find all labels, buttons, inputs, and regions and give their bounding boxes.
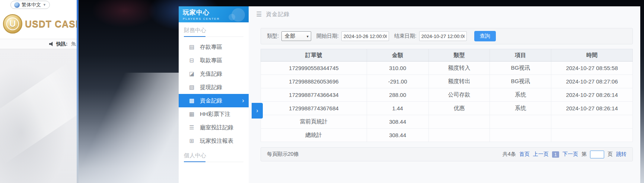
cell-type: 额度转出 <box>428 75 490 88</box>
start-date-label: 開始日期: <box>316 33 339 40</box>
table-row: 1729988774366434 288.00 公司存款 系统 2024-10-… <box>261 88 633 102</box>
summary-label: 總統計 <box>261 129 367 142</box>
cell-type: 优惠 <box>428 102 490 115</box>
jump-button[interactable]: 跳转 <box>616 151 627 158</box>
current-page-indicator[interactable]: 1 <box>552 151 559 158</box>
cell-type: 额度转入 <box>428 61 490 75</box>
sidebar: 玩家中心 PLAYERS CENTER 財務中心 ▤ 存款專區 ⊟ 取款專區 ◪… <box>179 6 249 183</box>
first-page-link[interactable]: 首页 <box>519 151 530 158</box>
coin-letter: U <box>6 18 19 30</box>
sidebar-item-deposit-zone[interactable]: ▤ 存款專區 <box>179 40 249 54</box>
cell-time: 2024-10-27 08:26:14 <box>551 102 633 115</box>
summary-row-current-page: 當前頁統計 308.44 <box>261 115 633 129</box>
hamburger-menu-icon[interactable]: ☰ <box>256 10 262 18</box>
cell-time: 2024-10-27 08:27:06 <box>551 75 633 88</box>
cell-item: 系统 <box>490 88 551 102</box>
wallet-icon: ▧ <box>188 84 195 91</box>
cell-empty <box>490 129 551 142</box>
brand-logo: U USDT CASINO <box>3 14 77 34</box>
cell-item: BG视讯 <box>490 61 551 75</box>
cell-amount: 310.00 <box>367 61 428 75</box>
money-bag-icon: ◪ <box>188 70 195 77</box>
funds-table: 訂單號 金額 類型 項目 時間 1729990558344745 310.00 … <box>261 49 633 142</box>
chevron-right-icon: › <box>242 97 244 104</box>
sidebar-item-hh-lottery-bets[interactable]: ▦ HH彩票下注 <box>179 107 249 121</box>
sidebar-item-withdraw-zone[interactable]: ⊟ 取款專區 <box>179 54 249 67</box>
sidebar-menu: ▤ 存款專區 ⊟ 取款專區 ◪ 充值記錄 ▧ 提現記錄 ▩ 資金記錄 › ▦ <box>179 40 249 148</box>
cell-order-id: 1729988774366434 <box>261 88 367 102</box>
sidebar-item-label: 取款專區 <box>200 57 222 64</box>
sidebar-item-label: HH彩票下注 <box>200 111 230 118</box>
window-divider <box>77 0 79 183</box>
list-icon: ☰ <box>188 124 195 131</box>
sidebar-item-label: 充值記錄 <box>200 70 222 78</box>
summary-value: 308.44 <box>367 129 428 142</box>
sidebar-item-label: 資金記錄 <box>200 97 222 104</box>
cell-empty <box>551 129 633 142</box>
type-select[interactable]: 全部 ▾ <box>281 31 311 41</box>
cell-time: 2024-10-27 08:55:58 <box>551 61 633 75</box>
pagination-bar: 每頁顯示20條 共4条 首页 上一页 1 下一页 第 页 跳转 <box>261 147 633 161</box>
filter-bar: 類型: 全部 ▾ 開始日期: 结束日期: 查詢 <box>261 28 633 44</box>
report-icon: ⊞ <box>188 138 195 144</box>
speaker-icon <box>49 42 54 46</box>
sidebar-title: 玩家中心 <box>183 8 249 17</box>
cell-order-id: 1729988826053696 <box>261 75 367 88</box>
col-time: 時間 <box>551 49 633 61</box>
cell-order-id: 1729988774367684 <box>261 102 367 115</box>
sidebar-item-label: 提現記錄 <box>200 84 222 91</box>
page-title: 資金記錄 <box>266 11 290 18</box>
cell-amount: -291.00 <box>367 75 428 88</box>
sidebar-item-label: 廳室投註記錄 <box>200 124 233 131</box>
start-date-input[interactable] <box>341 31 389 41</box>
end-date-input[interactable] <box>419 31 467 41</box>
type-label: 類型: <box>267 33 279 40</box>
total-count-text: 共4条 <box>503 151 516 158</box>
summary-label: 當前頁統計 <box>261 115 367 129</box>
chevron-right-icon: › <box>256 107 258 114</box>
prev-page-link[interactable]: 上一页 <box>533 151 549 158</box>
table-row: 1729990558344745 310.00 额度转入 BG视讯 2024-1… <box>261 61 633 75</box>
pagination-controls: 共4条 首页 上一页 1 下一页 第 页 跳转 <box>503 151 627 158</box>
sidebar-item-funds-records[interactable]: ▩ 資金記錄 › <box>179 94 249 107</box>
globe-icon <box>14 2 20 8</box>
table-row: 1729988774367684 1.44 优惠 系统 2024-10-27 0… <box>261 102 633 115</box>
caret-down-icon: ▼ <box>43 3 46 7</box>
coin-logo-icon: U <box>3 14 22 34</box>
deposit-card-icon: ▤ <box>188 44 195 50</box>
language-label: 繁体中文 <box>22 1 41 8</box>
section-label: 財務中心 <box>184 27 206 33</box>
brand-name: USDT CASINO <box>25 19 77 29</box>
sidebar-item-label: 存款專區 <box>200 44 222 51</box>
cell-empty <box>490 115 551 129</box>
end-date-label: 结束日期: <box>394 33 417 40</box>
cell-item: BG视讯 <box>490 75 551 88</box>
page-size-text: 每頁顯示20條 <box>267 151 299 158</box>
language-selector[interactable]: 繁体中文 ▼ <box>10 1 50 9</box>
sidebar-item-room-bet-records[interactable]: ☰ 廳室投註記錄 <box>179 121 249 134</box>
jump-page-input[interactable] <box>590 151 604 158</box>
cell-amount: 1.44 <box>367 102 428 115</box>
sidebar-header: 玩家中心 PLAYERS CENTER <box>179 6 249 22</box>
background-highlight <box>79 73 180 183</box>
sidebar-item-player-bet-report[interactable]: ⊞ 玩家投注報表 <box>179 134 249 148</box>
search-button[interactable]: 查詢 <box>474 31 496 41</box>
jump-suffix-label: 页 <box>608 151 613 158</box>
cell-item: 系统 <box>490 102 551 115</box>
withdraw-hand-icon: ⊟ <box>188 57 195 64</box>
caret-down-icon: ▾ <box>307 34 309 38</box>
news-ticker-bar: 快訊: 魚 <box>0 39 77 49</box>
summary-value: 308.44 <box>367 115 428 129</box>
sidebar-item-withdrawal-records[interactable]: ▧ 提現記錄 <box>179 81 249 94</box>
next-page-link[interactable]: 下一页 <box>562 151 578 158</box>
table-header-row: 訂單號 金額 類型 項目 時間 <box>261 49 633 61</box>
cell-empty <box>428 115 490 129</box>
cell-empty <box>428 129 490 142</box>
sidebar-collapse-tab[interactable]: › <box>252 103 263 119</box>
cell-order-id: 1729990558344745 <box>261 61 367 75</box>
watermark-background <box>0 49 77 183</box>
sidebar-item-recharge-records[interactable]: ◪ 充值記錄 <box>179 67 249 81</box>
news-label: 快訊: <box>56 41 67 47</box>
summary-row-total: 總統計 308.44 <box>261 129 633 142</box>
cell-type: 公司存款 <box>428 88 490 102</box>
